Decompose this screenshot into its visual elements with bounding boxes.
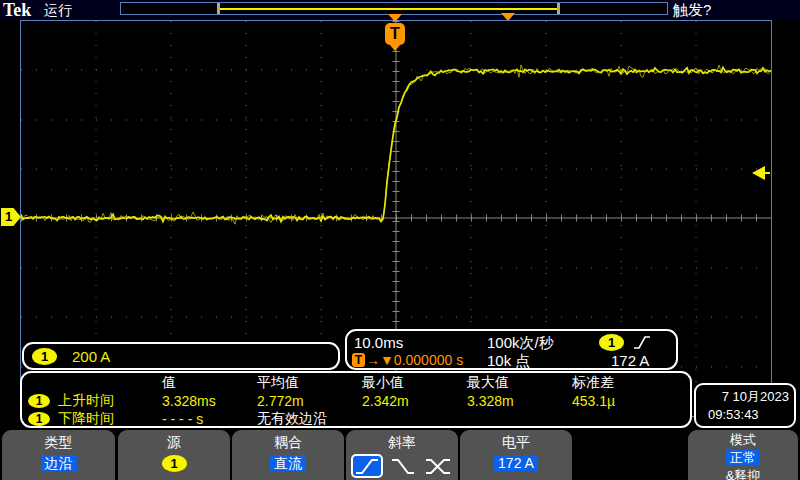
menu-type-label: 类型 <box>2 434 115 452</box>
trigger-t-icon: T <box>352 353 365 367</box>
record-length: 10k 点 <box>487 352 530 371</box>
slope-rising-icon[interactable] <box>351 454 383 478</box>
measurement-channel-badge: 1 <box>28 394 50 408</box>
record-window-line <box>219 8 559 10</box>
tek-logo: Tek <box>3 0 31 21</box>
menu-source-label: 源 <box>118 434 230 452</box>
window-bracket-right-icon <box>557 3 560 14</box>
menu-trigger-slope[interactable]: 斜率 <box>346 430 458 480</box>
menu-trigger-type[interactable]: 类型 边沿 <box>2 430 115 480</box>
measurement-label: 上升时间 <box>58 392 114 410</box>
channel-scale: 200 A <box>72 348 110 365</box>
measurement-value: - - - - s <box>162 411 257 427</box>
time-per-division: 10.0ms <box>354 334 403 351</box>
menu-trigger-source[interactable]: 源 1 <box>118 430 230 480</box>
measurement-header: 值 <box>162 374 257 392</box>
menu-coupling-value: 直流 <box>270 455 306 471</box>
window-bracket-left-icon <box>217 3 220 14</box>
measurement-label: 下降时间 <box>58 410 114 428</box>
trigger-status-text: 触发? <box>673 1 711 20</box>
slope-both-icon[interactable] <box>423 456 453 476</box>
trigger-position-value: →▼0.000000 s <box>366 352 463 368</box>
time-text: 09:53:43 <box>696 406 794 422</box>
menu-mode-value2: &释抑 <box>688 467 798 480</box>
channel1-position-marker[interactable]: 1 <box>1 208 21 226</box>
menu-trigger-coupling[interactable]: 耦合 直流 <box>232 430 344 480</box>
measurement-header: 标准差 <box>572 374 690 392</box>
menu-coupling-label: 耦合 <box>232 434 344 452</box>
measurement-value: 453.1µ <box>572 393 690 409</box>
measurement-header-row: 值平均值最小值最大值标准差 <box>22 374 690 392</box>
measurements-panel: 值平均值最小值最大值标准差 1上升时间3.328ms2.772m2.342m3.… <box>20 371 692 428</box>
menu-slope-label: 斜率 <box>346 434 458 452</box>
acquisition-status: 运行 <box>44 2 72 20</box>
menu-level-value: 172 A <box>494 455 538 471</box>
trigger-level-marker-tail <box>762 172 770 174</box>
timebase-trigger-readout: 10.0ms 100k次/秒 1 T →▼0.000000 s 10k 点 17… <box>345 329 678 370</box>
menu-level-label: 电平 <box>460 434 572 452</box>
menu-trigger-level[interactable]: 电平 172 A <box>460 430 572 480</box>
measurement-row: 1上升时间3.328ms2.772m2.342m3.328m453.1µ <box>22 392 690 410</box>
measurement-header: 最小值 <box>362 374 467 392</box>
measurement-header: 最大值 <box>467 374 572 392</box>
trigger-position-readout: T →▼0.000000 s <box>352 352 463 368</box>
measurement-channel-badge: 1 <box>28 412 50 426</box>
menu-source-channel-badge: 1 <box>162 455 187 472</box>
menu-trigger-mode[interactable]: 模式 正常 &释抑 <box>688 430 798 480</box>
date-text: 7 10月2023 <box>696 385 794 406</box>
measurement-row: 1下降时间- - - - s无有效边沿 <box>22 410 690 428</box>
measurement-value: 2.772m <box>257 393 362 409</box>
measurement-value: 3.328m <box>467 393 572 409</box>
sample-rate: 100k次/秒 <box>487 334 554 353</box>
datetime-panel: 7 10月2023 09:53:43 <box>694 383 796 428</box>
menu-type-value: 边沿 <box>41 455 77 471</box>
measurement-value: 无有效边沿 <box>257 410 362 428</box>
trigger-position-flag-icon[interactable]: T <box>385 23 405 45</box>
measurement-value: 3.328ms <box>162 393 257 409</box>
menu-mode-label: 模式 <box>688 431 798 449</box>
trigger-position-arrow-icon <box>388 14 402 22</box>
trigger-slope-rising-icon <box>634 335 651 350</box>
trigger-level-readout: 172 A <box>611 352 649 369</box>
measurement-value: 2.342m <box>362 393 467 409</box>
oscilloscope-screen: Tek 运行 触发? T 1 1 200 A 10.0ms 100k次/秒 1 <box>0 0 800 480</box>
slope-falling-icon[interactable] <box>389 456 417 476</box>
measurement-header: 平均值 <box>257 374 362 392</box>
trigger-source-badge: 1 <box>599 334 624 351</box>
menu-mode-value: 正常 <box>726 450 760 465</box>
channel-readout: 1 200 A <box>22 342 340 370</box>
channel-badge: 1 <box>32 348 57 365</box>
